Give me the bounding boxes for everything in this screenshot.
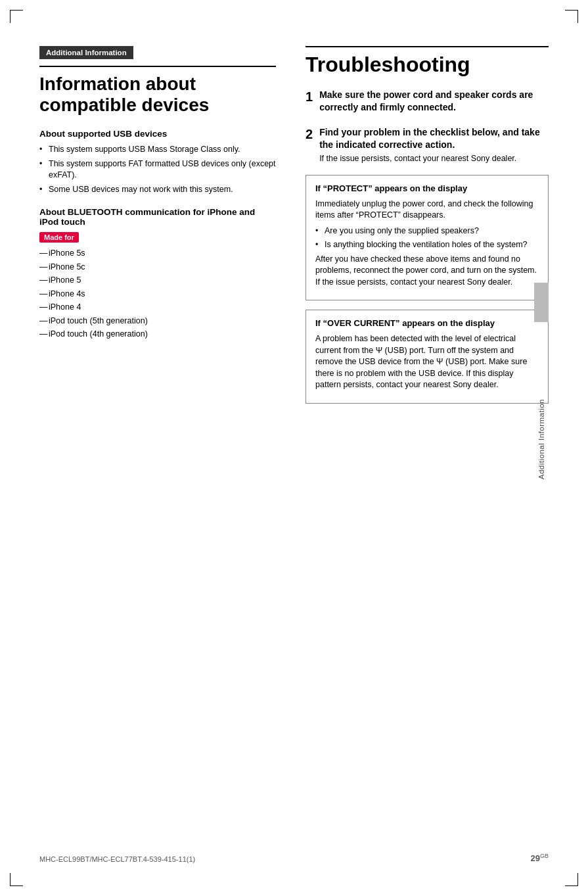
corner-mark-br: [565, 873, 578, 886]
corner-mark-tr: [565, 10, 578, 23]
iphone-item-5: iPhone 4: [39, 302, 276, 314]
overcurrent-body: A problem has been detected with the lev…: [315, 333, 539, 391]
protect-heading: If “PROTECT” appears on the display: [315, 183, 539, 195]
side-label-container: Additional Information: [534, 177, 549, 701]
step-2-main: Find your problem in the checklist below…: [319, 126, 549, 151]
troubleshoot-title: Troubleshooting: [305, 46, 549, 77]
usb-bullet-list: This system supports USB Mass Storage Cl…: [39, 144, 276, 195]
divider-left: [39, 66, 276, 67]
bluetooth-heading: About BLUETOOTH communication for iPhone…: [39, 207, 276, 227]
step-1: 1 Make sure the power cord and speaker c…: [305, 89, 549, 116]
corner-mark-bl: [10, 873, 23, 886]
page-number: 29GB: [531, 853, 549, 863]
side-label: Additional Information: [537, 399, 545, 479]
footer-model: MHC-ECL99BT/MHC-ECL77BT.4-539-415-11(1): [39, 855, 195, 863]
step-2: 2 Find your problem in the checklist bel…: [305, 126, 549, 164]
step-2-content: Find your problem in the checklist below…: [319, 126, 549, 164]
right-column: Troubleshooting 1 Make sure the power co…: [296, 46, 549, 833]
protect-box: If “PROTECT” appears on the display Imme…: [305, 175, 549, 300]
iphone-item-4: iPhone 4s: [39, 289, 276, 300]
protect-closing: After you have checked these above items…: [315, 254, 539, 289]
overcurrent-box: If “OVER CURRENT” appears on the display…: [305, 310, 549, 403]
protect-bullet-1: Are you using only the supplied speakers…: [315, 225, 539, 237]
protect-bullets: Are you using only the supplied speakers…: [315, 225, 539, 251]
protect-bullet-2: Is anything blocking the ventilation hol…: [315, 239, 539, 251]
side-gray-bar: [534, 283, 549, 322]
overcurrent-heading: If “OVER CURRENT” appears on the display: [315, 318, 539, 329]
step-1-main: Make sure the power cord and speaker cor…: [319, 89, 549, 114]
main-content: Additional Information Information about…: [0, 20, 588, 846]
iphone-item-7: iPod touch (4th generation): [39, 329, 276, 341]
usb-bullet-2: This system supports FAT formatted USB d…: [39, 158, 276, 181]
iphone-item-2: iPhone 5c: [39, 262, 276, 273]
footer: MHC-ECL99BT/MHC-ECL77BT.4-539-415-11(1) …: [0, 846, 588, 876]
iphone-item-1: iPhone 5s: [39, 248, 276, 260]
iphone-item-6: iPod touch (5th generation): [39, 316, 276, 327]
made-for-badge: Made for: [39, 232, 79, 243]
step-1-number: 1: [305, 89, 313, 105]
usb-bullet-1: This system supports USB Mass Storage Cl…: [39, 144, 276, 156]
left-column: Additional Information Information about…: [39, 46, 296, 833]
page-heading: Information about compatible devices: [39, 74, 276, 116]
iphone-item-3: iPhone 5: [39, 275, 276, 287]
iphone-list: iPhone 5s iPhone 5c iPhone 5 iPhone 4s i…: [39, 248, 276, 341]
corner-mark-tl: [10, 10, 23, 23]
usb-bullet-3: Some USB devices may not work with this …: [39, 184, 276, 196]
step-2-number: 2: [305, 126, 313, 142]
section-badge: Additional Information: [39, 46, 133, 59]
page: Additional Information Information about…: [0, 0, 588, 896]
step-1-content: Make sure the power cord and speaker cor…: [319, 89, 549, 116]
step-2-sub: If the issue persists, contact your near…: [319, 153, 549, 165]
protect-intro: Immediately unplug the power cord, and c…: [315, 199, 539, 222]
usb-heading: About supported USB devices: [39, 129, 276, 139]
